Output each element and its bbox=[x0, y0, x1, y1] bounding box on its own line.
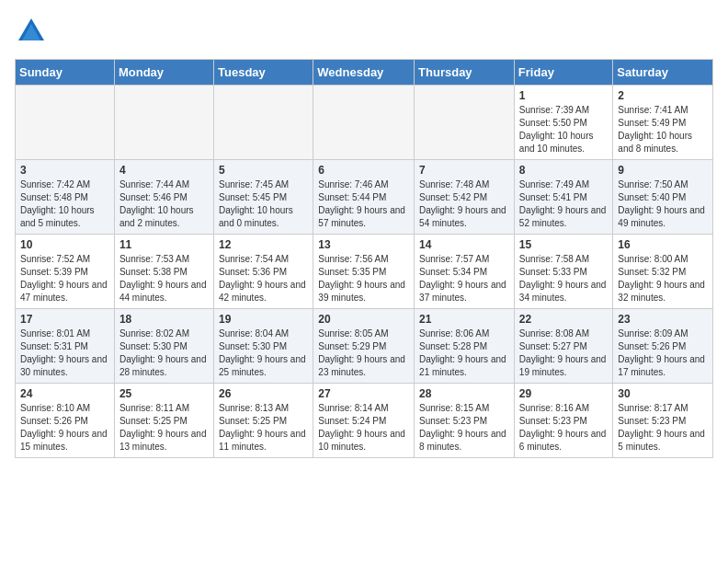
calendar-cell: 18Sunrise: 8:02 AM Sunset: 5:30 PM Dayli… bbox=[114, 309, 213, 384]
day-number: 27 bbox=[318, 387, 409, 400]
calendar-cell: 24Sunrise: 8:10 AM Sunset: 5:26 PM Dayli… bbox=[16, 384, 115, 458]
col-header-thursday: Thursday bbox=[415, 60, 515, 86]
calendar-cell: 2Sunrise: 7:41 AM Sunset: 5:49 PM Daylig… bbox=[613, 86, 713, 160]
calendar-cell: 26Sunrise: 8:13 AM Sunset: 5:25 PM Dayli… bbox=[214, 384, 313, 458]
day-number: 10 bbox=[20, 238, 109, 251]
day-number: 29 bbox=[519, 387, 609, 400]
day-number: 16 bbox=[618, 238, 708, 251]
day-number: 15 bbox=[519, 238, 609, 251]
calendar-cell bbox=[114, 86, 213, 160]
day-info: Sunrise: 8:10 AM Sunset: 5:26 PM Dayligh… bbox=[20, 402, 109, 454]
calendar-cell: 11Sunrise: 7:53 AM Sunset: 5:38 PM Dayli… bbox=[114, 235, 213, 309]
calendar-week-row: 1Sunrise: 7:39 AM Sunset: 5:50 PM Daylig… bbox=[16, 86, 713, 160]
day-number: 17 bbox=[20, 313, 109, 326]
day-info: Sunrise: 8:05 AM Sunset: 5:29 PM Dayligh… bbox=[318, 327, 409, 379]
col-header-tuesday: Tuesday bbox=[214, 60, 313, 86]
day-info: Sunrise: 8:02 AM Sunset: 5:30 PM Dayligh… bbox=[119, 327, 209, 379]
calendar-header-row: SundayMondayTuesdayWednesdayThursdayFrid… bbox=[16, 60, 713, 86]
day-info: Sunrise: 7:41 AM Sunset: 5:49 PM Dayligh… bbox=[618, 104, 708, 155]
calendar-cell: 21Sunrise: 8:06 AM Sunset: 5:28 PM Dayli… bbox=[415, 309, 515, 384]
day-info: Sunrise: 7:45 AM Sunset: 5:45 PM Dayligh… bbox=[219, 178, 308, 230]
day-info: Sunrise: 7:42 AM Sunset: 5:48 PM Dayligh… bbox=[20, 178, 109, 230]
calendar-cell: 27Sunrise: 8:14 AM Sunset: 5:24 PM Dayli… bbox=[313, 384, 415, 458]
day-info: Sunrise: 8:06 AM Sunset: 5:28 PM Dayligh… bbox=[419, 327, 509, 379]
day-number: 14 bbox=[419, 238, 509, 251]
day-number: 22 bbox=[519, 313, 609, 326]
col-header-friday: Friday bbox=[514, 60, 613, 86]
day-info: Sunrise: 8:04 AM Sunset: 5:30 PM Dayligh… bbox=[219, 327, 308, 379]
day-info: Sunrise: 8:14 AM Sunset: 5:24 PM Dayligh… bbox=[318, 402, 409, 454]
calendar-cell: 6Sunrise: 7:46 AM Sunset: 5:44 PM Daylig… bbox=[313, 160, 415, 235]
calendar-cell: 5Sunrise: 7:45 AM Sunset: 5:45 PM Daylig… bbox=[214, 160, 313, 235]
day-number: 21 bbox=[419, 313, 509, 326]
page-header bbox=[15, 15, 713, 48]
day-number: 2 bbox=[618, 89, 708, 102]
day-info: Sunrise: 8:01 AM Sunset: 5:31 PM Dayligh… bbox=[20, 327, 109, 379]
day-number: 5 bbox=[219, 164, 308, 177]
day-info: Sunrise: 8:15 AM Sunset: 5:23 PM Dayligh… bbox=[419, 402, 509, 454]
calendar-week-row: 10Sunrise: 7:52 AM Sunset: 5:39 PM Dayli… bbox=[16, 235, 713, 309]
day-info: Sunrise: 7:58 AM Sunset: 5:33 PM Dayligh… bbox=[519, 253, 609, 304]
day-info: Sunrise: 8:17 AM Sunset: 5:23 PM Dayligh… bbox=[618, 402, 708, 454]
day-info: Sunrise: 7:44 AM Sunset: 5:46 PM Dayligh… bbox=[119, 178, 209, 230]
calendar-cell: 13Sunrise: 7:56 AM Sunset: 5:35 PM Dayli… bbox=[313, 235, 415, 309]
day-number: 6 bbox=[318, 164, 409, 177]
calendar-cell: 8Sunrise: 7:49 AM Sunset: 5:41 PM Daylig… bbox=[514, 160, 613, 235]
calendar-cell: 30Sunrise: 8:17 AM Sunset: 5:23 PM Dayli… bbox=[613, 384, 713, 458]
day-info: Sunrise: 8:16 AM Sunset: 5:23 PM Dayligh… bbox=[519, 402, 609, 454]
day-info: Sunrise: 8:09 AM Sunset: 5:26 PM Dayligh… bbox=[618, 327, 708, 379]
calendar-cell: 16Sunrise: 8:00 AM Sunset: 5:32 PM Dayli… bbox=[613, 235, 713, 309]
day-number: 12 bbox=[219, 238, 308, 251]
col-header-sunday: Sunday bbox=[16, 60, 115, 86]
day-info: Sunrise: 7:39 AM Sunset: 5:50 PM Dayligh… bbox=[519, 104, 609, 155]
day-info: Sunrise: 7:46 AM Sunset: 5:44 PM Dayligh… bbox=[318, 178, 409, 230]
day-info: Sunrise: 8:08 AM Sunset: 5:27 PM Dayligh… bbox=[519, 327, 609, 379]
day-number: 9 bbox=[618, 164, 708, 177]
col-header-wednesday: Wednesday bbox=[313, 60, 415, 86]
day-number: 13 bbox=[318, 238, 409, 251]
day-number: 18 bbox=[119, 313, 209, 326]
calendar-cell: 23Sunrise: 8:09 AM Sunset: 5:26 PM Dayli… bbox=[613, 309, 713, 384]
calendar-cell: 29Sunrise: 8:16 AM Sunset: 5:23 PM Dayli… bbox=[514, 384, 613, 458]
day-number: 20 bbox=[318, 313, 409, 326]
day-info: Sunrise: 7:57 AM Sunset: 5:34 PM Dayligh… bbox=[419, 253, 509, 304]
calendar-cell: 22Sunrise: 8:08 AM Sunset: 5:27 PM Dayli… bbox=[514, 309, 613, 384]
day-info: Sunrise: 8:11 AM Sunset: 5:25 PM Dayligh… bbox=[119, 402, 209, 454]
calendar-cell: 10Sunrise: 7:52 AM Sunset: 5:39 PM Dayli… bbox=[16, 235, 115, 309]
calendar-cell: 7Sunrise: 7:48 AM Sunset: 5:42 PM Daylig… bbox=[415, 160, 515, 235]
calendar-cell bbox=[415, 86, 515, 160]
calendar-cell: 25Sunrise: 8:11 AM Sunset: 5:25 PM Dayli… bbox=[114, 384, 213, 458]
day-info: Sunrise: 7:49 AM Sunset: 5:41 PM Dayligh… bbox=[519, 178, 609, 230]
calendar-cell: 17Sunrise: 8:01 AM Sunset: 5:31 PM Dayli… bbox=[16, 309, 115, 384]
calendar-week-row: 3Sunrise: 7:42 AM Sunset: 5:48 PM Daylig… bbox=[16, 160, 713, 235]
day-info: Sunrise: 8:00 AM Sunset: 5:32 PM Dayligh… bbox=[618, 253, 708, 304]
day-number: 30 bbox=[618, 387, 708, 400]
day-number: 25 bbox=[119, 387, 209, 400]
calendar-cell bbox=[214, 86, 313, 160]
calendar-cell: 12Sunrise: 7:54 AM Sunset: 5:36 PM Dayli… bbox=[214, 235, 313, 309]
calendar-cell: 19Sunrise: 8:04 AM Sunset: 5:30 PM Dayli… bbox=[214, 309, 313, 384]
day-info: Sunrise: 7:53 AM Sunset: 5:38 PM Dayligh… bbox=[119, 253, 209, 304]
calendar-week-row: 17Sunrise: 8:01 AM Sunset: 5:31 PM Dayli… bbox=[16, 309, 713, 384]
calendar-table: SundayMondayTuesdayWednesdayThursdayFrid… bbox=[15, 59, 713, 458]
day-number: 24 bbox=[20, 387, 109, 400]
calendar-cell: 3Sunrise: 7:42 AM Sunset: 5:48 PM Daylig… bbox=[16, 160, 115, 235]
day-number: 28 bbox=[419, 387, 509, 400]
day-info: Sunrise: 7:54 AM Sunset: 5:36 PM Dayligh… bbox=[219, 253, 308, 304]
logo bbox=[15, 15, 51, 48]
calendar-cell: 28Sunrise: 8:15 AM Sunset: 5:23 PM Dayli… bbox=[415, 384, 515, 458]
day-number: 26 bbox=[219, 387, 308, 400]
col-header-monday: Monday bbox=[114, 60, 213, 86]
day-number: 3 bbox=[20, 164, 109, 177]
calendar-week-row: 24Sunrise: 8:10 AM Sunset: 5:26 PM Dayli… bbox=[16, 384, 713, 458]
calendar-cell: 15Sunrise: 7:58 AM Sunset: 5:33 PM Dayli… bbox=[514, 235, 613, 309]
calendar-cell bbox=[16, 86, 115, 160]
day-number: 23 bbox=[618, 313, 708, 326]
calendar-cell: 1Sunrise: 7:39 AM Sunset: 5:50 PM Daylig… bbox=[514, 86, 613, 160]
calendar-cell: 4Sunrise: 7:44 AM Sunset: 5:46 PM Daylig… bbox=[114, 160, 213, 235]
logo-icon bbox=[15, 15, 48, 48]
day-number: 7 bbox=[419, 164, 509, 177]
day-info: Sunrise: 7:50 AM Sunset: 5:40 PM Dayligh… bbox=[618, 178, 708, 230]
day-number: 4 bbox=[119, 164, 209, 177]
day-info: Sunrise: 7:56 AM Sunset: 5:35 PM Dayligh… bbox=[318, 253, 409, 304]
